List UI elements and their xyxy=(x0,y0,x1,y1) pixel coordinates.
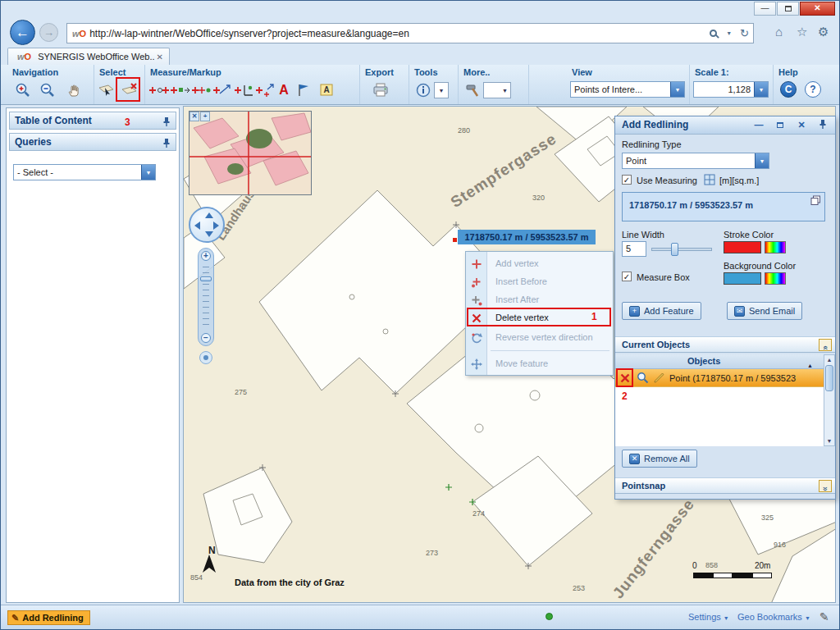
overview-close-icon[interactable]: ✕ xyxy=(189,112,199,121)
pan-west-icon[interactable] xyxy=(194,221,200,230)
scroll-down-icon[interactable]: ▼ xyxy=(824,438,834,444)
stroke-color-picker-icon[interactable] xyxy=(765,241,786,253)
pan-north-icon[interactable] xyxy=(205,212,213,218)
menu-item-insert-before[interactable]: Insert Before xyxy=(466,272,613,290)
panel-restore-icon[interactable] xyxy=(773,119,788,132)
copy-icon[interactable] xyxy=(810,195,821,206)
pan-compass-control[interactable] xyxy=(189,207,225,243)
scale-input[interactable]: 1,128 ▼ xyxy=(693,81,769,98)
view-dropdown-button[interactable]: ▼ xyxy=(670,82,684,97)
settings-gear-icon[interactable]: ⚙ xyxy=(818,25,829,39)
queries-title: Queries xyxy=(15,136,52,148)
address-dropdown-icon[interactable]: ▼ xyxy=(722,30,736,36)
measure-coordinate-icon[interactable] xyxy=(234,80,255,101)
overview-map[interactable]: ✕ + xyxy=(189,111,312,195)
pan-south-icon[interactable] xyxy=(205,231,213,237)
hammer-tools-icon[interactable] xyxy=(462,80,483,101)
measure-circle-icon[interactable] xyxy=(212,80,234,101)
menu-item-move-feature[interactable]: Move feature xyxy=(466,354,613,372)
redlining-type-select[interactable]: Point ▼ xyxy=(622,153,769,169)
stroke-color-swatch[interactable] xyxy=(724,241,761,253)
add-feature-button[interactable]: + Add Feature xyxy=(622,302,701,320)
window-close-button[interactable]: ✕ xyxy=(800,2,835,16)
object-row[interactable]: Point (1718750.17 m / 5953523 xyxy=(615,369,824,386)
help-question-button[interactable]: ? xyxy=(805,81,821,98)
remove-all-button[interactable]: ✕ Remove All xyxy=(622,450,697,468)
query-select[interactable]: - Select - ▼ xyxy=(13,164,156,180)
pin-icon[interactable] xyxy=(162,137,171,153)
markup-flag-icon[interactable] xyxy=(293,80,314,101)
collapse-section-button[interactable]: « xyxy=(819,339,832,351)
pan-hand-icon[interactable] xyxy=(63,80,84,101)
table-of-content-header[interactable]: Table of Content 3 xyxy=(9,112,176,130)
selected-vertex-marker[interactable] xyxy=(453,238,457,242)
browser-back-button[interactable]: ← xyxy=(10,20,35,45)
background-color-swatch[interactable] xyxy=(724,272,761,285)
zoom-out-icon[interactable] xyxy=(37,80,58,101)
panel-close-icon[interactable]: ✕ xyxy=(794,119,809,132)
zoom-to-object-icon[interactable] xyxy=(637,372,649,384)
measure-box-checkbox[interactable]: ✓ xyxy=(622,272,632,281)
objects-table-header[interactable]: Objects ▲ xyxy=(615,354,824,369)
menu-item-insert-after[interactable]: Insert After xyxy=(466,290,613,308)
identify-tool-icon[interactable] xyxy=(413,80,434,101)
search-icon[interactable] xyxy=(710,30,717,37)
zoom-in-icon[interactable] xyxy=(12,80,34,101)
tab-close-icon[interactable]: ✕ xyxy=(155,52,165,62)
send-email-button[interactable]: ✉ Send Email xyxy=(727,302,802,320)
window-maximize-button[interactable] xyxy=(777,2,799,16)
address-bar[interactable]: wO http://w-lap-wintner/WebOffice/synser… xyxy=(66,23,754,43)
window-minimize-button[interactable]: — xyxy=(754,2,776,16)
scroll-up-icon[interactable]: ▲ xyxy=(824,357,834,363)
browser-tab[interactable]: wO SYNERGIS WebOffice Web... ✕ xyxy=(7,48,170,65)
overview-move-icon[interactable]: + xyxy=(200,112,210,121)
markup-text-icon[interactable]: A xyxy=(273,80,294,101)
refresh-icon[interactable]: ↻ xyxy=(736,27,753,39)
zoom-slider[interactable]: + − xyxy=(198,248,214,346)
full-extent-button[interactable] xyxy=(199,351,212,364)
measure-area-icon[interactable] xyxy=(191,80,212,101)
more-dropdown-button[interactable]: ▼ xyxy=(483,82,511,98)
edit-object-icon[interactable] xyxy=(653,372,665,384)
query-dropdown-button[interactable]: ▼ xyxy=(141,165,155,180)
line-width-slider[interactable] xyxy=(651,241,712,257)
line-width-input[interactable]: 5 xyxy=(622,241,646,257)
print-icon[interactable] xyxy=(370,80,391,101)
pan-east-icon[interactable] xyxy=(213,221,219,230)
menu-item-reverse-vertex-direction[interactable]: Reverse vertex direction xyxy=(466,328,613,346)
select-by-rectangle-icon[interactable] xyxy=(96,80,117,101)
scale-dropdown-button[interactable]: ▼ xyxy=(754,82,768,97)
geo-bookmarks-menu[interactable]: Geo Bookmarks ▼ xyxy=(737,612,810,622)
zoom-in-button[interactable]: + xyxy=(201,251,211,261)
redlining-type-dropdown-button[interactable]: ▼ xyxy=(755,153,769,168)
active-mode-chip[interactable]: ✎ Add Redlining xyxy=(7,610,90,625)
tools-dropdown-button[interactable]: ▼ xyxy=(434,82,449,98)
url-text[interactable]: http://w-lap-wintner/WebOffice/synserver… xyxy=(89,28,705,39)
current-objects-section-header[interactable]: Current Objects « xyxy=(615,336,835,353)
measure-line-icon[interactable] xyxy=(170,80,191,101)
settings-menu[interactable]: Settings ▼ xyxy=(688,612,729,622)
pointsnap-section-header[interactable]: Pointsnap « xyxy=(615,477,835,494)
panel-pin-icon[interactable] xyxy=(815,119,830,132)
markup-label-icon[interactable]: A xyxy=(316,80,337,101)
menu-item-add-vertex[interactable]: Add vertex xyxy=(466,254,613,272)
favorites-star-icon[interactable]: ☆ xyxy=(797,25,807,39)
browser-forward-button[interactable]: → xyxy=(39,23,58,42)
slider-handle[interactable] xyxy=(671,243,678,256)
edit-pencil-icon[interactable]: ✎ xyxy=(819,610,829,623)
scrollbar-thumb[interactable] xyxy=(825,365,833,391)
pin-icon[interactable] xyxy=(162,116,171,132)
use-measuring-checkbox[interactable]: ✓ xyxy=(622,175,632,185)
measure-point-icon[interactable] xyxy=(148,80,170,101)
panel-minimize-icon[interactable]: — xyxy=(751,119,766,132)
home-icon[interactable]: ⌂ xyxy=(775,25,783,39)
objects-scrollbar[interactable]: ▲ ▼ xyxy=(824,354,835,446)
redlining-panel-header[interactable]: Add Redlining — ✕ xyxy=(615,116,835,135)
zoom-slider-handle[interactable] xyxy=(200,276,212,281)
copyright-button[interactable]: C xyxy=(780,81,797,98)
background-color-picker-icon[interactable] xyxy=(765,272,786,285)
zoom-out-button[interactable]: − xyxy=(201,333,211,343)
view-select[interactable]: Points of Intere... ▼ xyxy=(570,81,685,98)
expand-section-button[interactable]: « xyxy=(819,480,832,492)
queries-header[interactable]: Queries xyxy=(9,133,176,151)
